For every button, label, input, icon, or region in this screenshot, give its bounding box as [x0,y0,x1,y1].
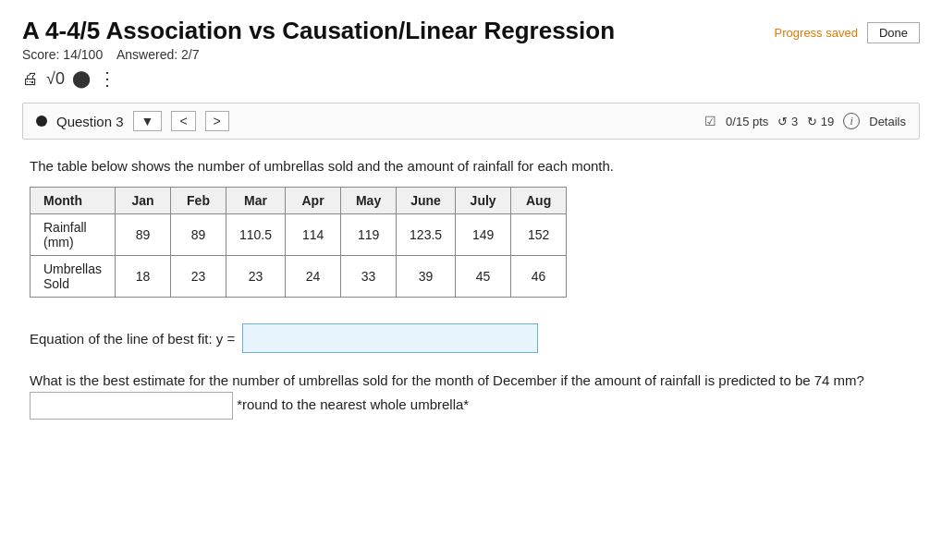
row2-mar: 23 [226,256,286,298]
row1-label: Rainfall(mm) [31,214,116,256]
col-month: Month [31,188,116,214]
table-header-row: Month Jan Feb Mar Apr May June July Aug [31,188,567,214]
estimate-text-2: *round to the nearest whole umbrella* [237,396,469,412]
row2-aug: 46 [511,256,567,298]
question-right: ☑ 0/15 pts ↺ 3 ↻ 19 i Details [704,113,906,129]
row1-apr: 114 [286,214,341,256]
estimate-row: What is the best estimate for the number… [30,370,912,420]
col-aug: Aug [511,188,567,214]
info-icon[interactable]: i [843,113,860,129]
problem-text: The table below shows the number of umbr… [30,158,912,174]
done-button[interactable]: Done [867,22,920,43]
col-jan: Jan [116,188,171,214]
col-july: July [456,188,511,214]
attempts-label: ↺ 3 [777,115,798,128]
row1-feb: 89 [171,214,226,256]
answered-label: Answered: 2/7 [116,47,200,62]
col-june: June [397,188,456,214]
row1-aug: 152 [511,214,567,256]
content-area: The table below shows the number of umbr… [22,158,920,420]
row1-mar: 110.5 [226,214,286,256]
score-label: Score: 14/100 [22,47,103,62]
details-label: Details [869,115,906,128]
col-mar: Mar [226,188,286,214]
row2-jan: 18 [116,256,171,298]
question-dot [36,116,47,127]
page: A 4-4/5 Association vs Causation/Linear … [0,0,942,560]
col-apr: Apr [286,188,341,214]
prev-button[interactable]: < [171,111,195,131]
row1-june: 123.5 [397,214,456,256]
question-label: Question 3 [56,114,124,129]
pts-label: 0/15 pts [726,115,768,128]
col-feb: Feb [171,188,226,214]
score-row: Score: 14/100 Answered: 2/7 [22,47,920,62]
header-row: A 4-4/5 Association vs Causation/Linear … [22,17,920,45]
row1-july: 149 [456,214,511,256]
title: A 4-4/5 Association vs Causation/Linear … [22,17,615,45]
more-options-icon[interactable]: ⋮ [98,67,117,90]
row1-jan: 89 [116,214,171,256]
question-left: Question 3 ▼ < > [36,111,229,131]
table-row: Rainfall(mm) 89 89 110.5 114 119 123.5 1… [31,214,567,256]
header-right: Progress saved Done [775,22,920,43]
check-icon: ☑ [704,114,716,128]
data-table: Month Jan Feb Mar Apr May June July Aug … [30,187,567,298]
circle-icon[interactable]: ⬤ [72,68,91,89]
sqrt-icon[interactable]: √0 [46,69,65,89]
estimate-input[interactable] [30,392,233,420]
question-bar: Question 3 ▼ < > ☑ 0/15 pts ↺ 3 ↻ 19 i D… [22,103,920,140]
row2-label: UmbrellasSold [31,256,116,298]
equation-row: Equation of the line of best fit: y = [30,323,912,353]
row2-may: 33 [341,256,397,298]
row2-july: 45 [456,256,511,298]
estimate-text-1: What is the best estimate for the number… [30,372,864,388]
equation-label: Equation of the line of best fit: y = [30,331,235,347]
row2-feb: 23 [171,256,226,298]
equation-input[interactable] [242,323,538,353]
table-row: UmbrellasSold 18 23 23 24 33 39 45 46 [31,256,567,298]
progress-saved-label: Progress saved [775,26,858,40]
row2-apr: 24 [286,256,341,298]
next-button[interactable]: > [205,111,229,131]
row2-june: 39 [397,256,456,298]
dropdown-arrow[interactable]: ▼ [133,111,163,131]
row1-may: 119 [341,214,397,256]
print-icon[interactable]: 🖨 [22,69,39,89]
col-may: May [341,188,397,214]
toolbar-row: 🖨 √0 ⬤ ⋮ [22,67,920,90]
refresh-label: ↻ 19 [807,115,834,128]
